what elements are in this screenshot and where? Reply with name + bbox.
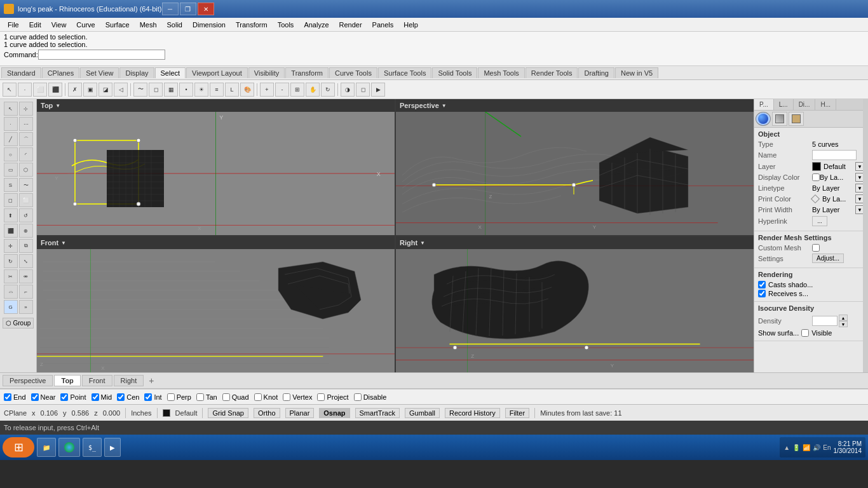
visible-checkbox[interactable] [801,329,809,337]
tool-zoom-out[interactable]: - [275,83,289,97]
tool-scale[interactable]: ⤡ [19,254,33,268]
snap-cen[interactable]: Cen [117,393,139,401]
tab-drafting[interactable]: Drafting [578,67,614,78]
tab-standard[interactable]: Standard [1,67,41,78]
snap-project-checkbox[interactable] [317,393,325,401]
smarttrack-button[interactable]: SmartTrack [355,408,400,418]
tool-polygon[interactable]: ⬡ [19,163,33,177]
panel-scrollbar[interactable] [863,99,868,372]
menu-help[interactable]: Help [398,20,423,30]
tab-select[interactable]: Select [155,67,186,78]
start-button[interactable]: ⊞ [3,437,34,458]
tool-trim[interactable]: ✂ [4,269,18,283]
tool-sel-hatch[interactable]: ≡ [210,83,224,97]
tab-new-v5[interactable]: New in V5 [615,67,658,78]
tool-zoom-ext[interactable]: ⊞ [290,83,304,97]
snap-perp-checkbox[interactable] [167,393,175,401]
tab-curve-tools[interactable]: Curve Tools [329,67,377,78]
viewport-front-content[interactable]: Z X [37,249,395,372]
viewport-perspective-arrow[interactable]: ▼ [442,103,447,109]
casts-shadow-checkbox[interactable] [758,281,766,288]
tab-mesh-tools[interactable]: Mesh Tools [478,67,524,78]
tool-copy[interactable]: ⧉ [19,239,33,253]
add-viewport-tab-button[interactable]: + [145,374,158,387]
tool-surface[interactable]: ◻ [4,193,18,207]
viewport-perspective-content[interactable]: Z X Y [396,112,754,235]
restore-button[interactable]: ❐ [180,3,196,15]
viewport-right[interactable]: Right ▼ [396,236,754,372]
prop-display-color-cb[interactable] [812,173,820,181]
snap-knot-checkbox[interactable] [254,393,262,401]
tool-shade[interactable]: ◑ [341,83,355,97]
snap-tan[interactable]: Tan [196,393,217,401]
tool-select-prev[interactable]: ◁ [114,83,128,97]
viewport-tab-front[interactable]: Front [82,375,112,386]
prop-hyperlink-button[interactable]: ... [812,216,827,226]
density-down-button[interactable]: ▼ [839,321,848,327]
panel-tab-display[interactable]: Di... [794,99,816,110]
tray-up-arrow[interactable]: ▲ [783,444,790,451]
snap-end[interactable]: End [4,393,26,401]
snap-tan-checkbox[interactable] [196,393,204,401]
taskbar-files-button[interactable]: 📁 [37,438,56,457]
tool-rotate[interactable]: ↻ [4,254,18,268]
snap-point-checkbox[interactable] [60,393,68,401]
snap-near-checkbox[interactable] [31,393,39,401]
snap-cen-checkbox[interactable] [117,393,125,401]
panel-tab-help[interactable]: H... [815,99,836,110]
snap-quad[interactable]: Quad [222,393,249,401]
snap-perp[interactable]: Perp [167,393,191,401]
tool-sel-lights[interactable]: ☀ [194,83,208,97]
tool-select-arrow[interactable]: ↖ [3,83,17,97]
menu-solid[interactable]: Solid [162,20,187,30]
osnap-button[interactable]: Osnap [319,408,349,418]
density-up-button[interactable]: ▲ [839,315,848,321]
minimize-button[interactable]: ─ [162,3,179,15]
tool-spline[interactable]: S [4,178,18,192]
tool-sel-color[interactable]: 🎨 [240,83,254,97]
command-input[interactable] [38,50,165,60]
panel-icon-texture[interactable] [789,112,804,126]
tool-multipoint[interactable]: ⋯ [19,117,33,131]
tool-sel-points[interactable]: • [179,83,193,97]
tool-sel-mesh[interactable]: ▦ [164,83,178,97]
viewport-tab-perspective[interactable]: Perspective [3,375,53,386]
tool-select-all[interactable]: ▣ [83,83,97,97]
snap-near[interactable]: Near [31,393,56,401]
record-history-button[interactable]: Record History [445,408,500,418]
snap-quad-checkbox[interactable] [222,393,230,401]
tool-invert-sel[interactable]: ◪ [98,83,112,97]
snap-disable[interactable]: Disable [354,393,387,401]
tab-viewport-layout[interactable]: Viewport Layout [186,67,248,78]
viewport-front-arrow[interactable]: ▼ [61,240,66,246]
tool-move[interactable]: ✛ [4,239,18,253]
tool-line[interactable]: ╱ [4,132,18,146]
tool-circle[interactable]: ○ [4,147,18,161]
close-button[interactable]: ✕ [198,3,214,15]
planar-button[interactable]: Planar [285,408,315,418]
tool-zoom-in[interactable]: + [260,83,274,97]
tool-rectangle[interactable]: ▭ [4,163,18,177]
tool-solid[interactable]: ⬛ [4,224,18,238]
tool-split[interactable]: ⚮ [19,269,33,283]
tool-boolean[interactable]: ⊕ [19,224,33,238]
gumball-button[interactable]: Gumball [405,408,440,418]
menu-file[interactable]: File [3,20,24,30]
snap-mid-checkbox[interactable] [92,393,99,401]
grid-snap-button[interactable]: Grid Snap [208,408,248,418]
menu-render[interactable]: Render [334,20,367,30]
tool-pan[interactable]: ✋ [306,83,320,97]
tool-more[interactable]: » [19,300,33,314]
menu-panels[interactable]: Panels [367,20,399,30]
menu-mesh[interactable]: Mesh [135,20,162,30]
panel-icon-sphere[interactable] [756,112,771,126]
tool-sel-layer[interactable]: L [225,83,239,97]
custom-mesh-checkbox[interactable] [812,244,820,252]
taskbar-browser-button[interactable] [58,438,80,457]
tool-sel-curves[interactable]: 〜 [133,83,147,97]
snap-project[interactable]: Project [317,393,348,401]
snap-end-checkbox[interactable] [4,393,11,401]
tool-crossing-select[interactable]: ⬛ [48,83,62,97]
tab-display[interactable]: Display [119,67,154,78]
tool-rotate-view[interactable]: ↻ [321,83,335,97]
